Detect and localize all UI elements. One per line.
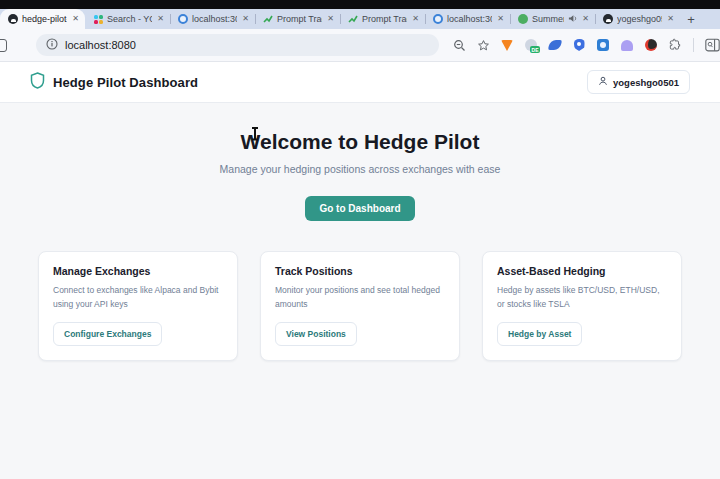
card-description: Monitor your positions and see total hed… [275,284,445,311]
toolbar-icons: DE [451,37,720,53]
shield-extension-icon[interactable] [571,37,587,53]
new-tab-button[interactable]: + [680,9,702,29]
view-positions-button[interactable]: View Positions [275,322,357,346]
ghost-extension-icon[interactable] [619,37,635,53]
toolbar-divider [693,38,694,52]
card-asset-based-hedging: Asset-Based Hedging Hedge by assets like… [482,251,682,361]
tab-label: Search - YO [107,14,152,24]
tab-localhost-1[interactable]: localhost:30 ✕ [170,9,255,29]
close-icon[interactable]: ✕ [156,14,165,24]
slack-icon [93,14,103,24]
user-icon [598,76,608,88]
close-icon[interactable]: ✕ [581,14,590,24]
window-edge-fragment-icon [0,39,7,52]
metamask-extension-icon[interactable] [499,37,515,53]
tab-search[interactable]: Search - YO ✕ [85,9,170,29]
green-dot-icon [518,14,528,24]
feature-cards: Manage Exchanges Connect to exchanges li… [0,251,720,361]
tab-label: Summer [532,14,564,24]
tab-label: localhost:30 [447,14,492,24]
tab-prompt-trading-1[interactable]: Prompt Trad ✕ [255,9,340,29]
blue-square-extension-icon[interactable] [595,37,611,53]
close-icon[interactable]: ✕ [326,14,335,24]
github-icon [8,14,18,24]
close-icon[interactable]: ✕ [411,14,420,24]
go-to-dashboard-button[interactable]: Go to Dashboard [305,196,414,221]
tab-label: Prompt Trad [362,14,407,24]
card-title: Track Positions [275,265,445,277]
configure-exchanges-button[interactable]: Configure Exchanges [53,322,162,346]
user-menu-button[interactable]: yogeshgo0501 [587,70,690,94]
close-icon[interactable]: ✕ [241,14,250,24]
swoosh-extension-icon[interactable] [547,37,563,53]
hedge-by-asset-button[interactable]: Hedge by Asset [497,322,582,346]
audio-speaker-icon[interactable] [568,14,577,25]
card-title: Manage Exchanges [53,265,223,277]
trending-up-icon [263,14,273,24]
page-subtitle: Manage your hedging positions across exc… [0,163,720,175]
text-cursor [251,127,258,140]
side-panel-icon[interactable] [704,37,720,53]
red-circle-extension-icon[interactable] [643,37,659,53]
address-bar[interactable]: localhost:8080 [36,34,439,56]
puzzle-extensions-icon[interactable] [667,37,683,53]
card-track-positions: Track Positions Monitor your positions a… [260,251,460,361]
brand: Hedge Pilot Dashboard [30,72,198,93]
card-description: Connect to exchanges like Alpaca and Byb… [53,284,223,311]
card-title: Asset-Based Hedging [497,265,667,277]
tab-yogeshgo[interactable]: yogeshgo05 ✕ [595,9,680,29]
trending-up-icon [348,14,358,24]
browser-toolbar: localhost:8080 DE [0,29,720,62]
github-icon [603,14,613,24]
app-title: Hedge Pilot Dashboard [53,75,198,90]
browser-tab-strip: hedge-pilot- ✕ Search - YO ✕ localhost:3… [0,9,720,29]
username: yogeshgo0501 [613,77,679,88]
close-icon[interactable]: ✕ [666,14,675,24]
page-content: Welcome to Hedge Pilot Manage your hedgi… [0,103,720,479]
app-header: Hedge Pilot Dashboard yogeshgo0501 [0,62,720,103]
tab-summer[interactable]: Summer ✕ [510,9,595,29]
url-text[interactable]: localhost:8080 [65,39,136,51]
screen: hedge-pilot- ✕ Search - YO ✕ localhost:3… [0,0,720,479]
de-extension-icon[interactable]: DE [523,37,539,53]
page-title: Welcome to Hedge Pilot [0,103,720,154]
bookmark-star-icon[interactable] [475,37,491,53]
tab-localhost-2[interactable]: localhost:30 ✕ [425,9,510,29]
tab-label: hedge-pilot- [22,14,67,24]
tab-label: localhost:30 [192,14,237,24]
tab-hedge-pilot[interactable]: hedge-pilot- ✕ [0,9,85,29]
tab-label: Prompt Trad [277,14,322,24]
tab-label: yogeshgo05 [617,14,662,24]
shield-icon [30,72,45,93]
page-info-icon[interactable] [46,36,58,54]
blue-app-icon [433,14,443,24]
tab-prompt-trading-2[interactable]: Prompt Trad ✕ [340,9,425,29]
blue-app-icon [178,14,188,24]
close-icon[interactable]: ✕ [71,14,80,24]
zoom-icon[interactable] [451,37,467,53]
card-description: Hedge by assets like BTC/USD, ETH/USD, o… [497,284,667,311]
close-icon[interactable]: ✕ [496,14,505,24]
card-manage-exchanges: Manage Exchanges Connect to exchanges li… [38,251,238,361]
